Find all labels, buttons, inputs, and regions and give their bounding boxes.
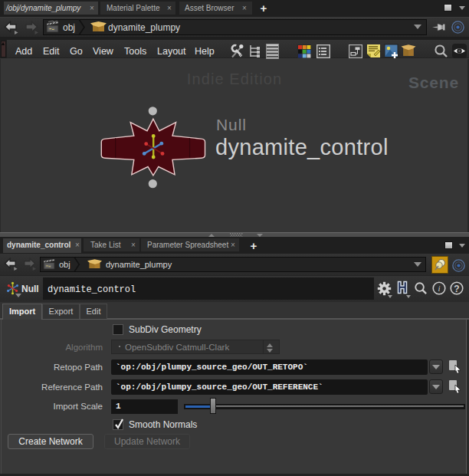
svg-text:i: i xyxy=(438,284,440,293)
svg-text:?: ? xyxy=(454,284,459,294)
